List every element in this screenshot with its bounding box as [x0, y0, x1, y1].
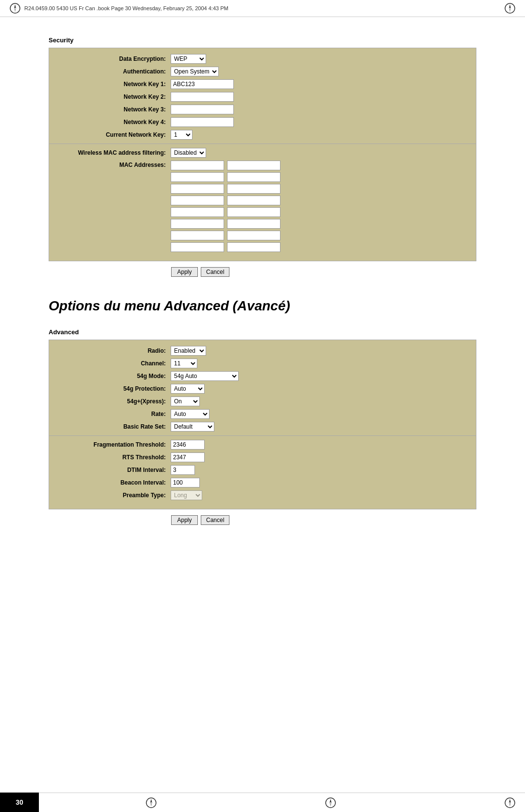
mac-row-2 — [171, 172, 280, 182]
svg-marker-13 — [509, 799, 511, 803]
mac-row-5 — [171, 207, 280, 217]
dtim-interval-row: DTIM Interval: — [49, 465, 476, 475]
beacon-interval-control[interactable] — [171, 478, 200, 487]
network-key4-input[interactable] — [171, 117, 234, 127]
network-key1-label: Network Key 1: — [54, 81, 171, 88]
rate-control[interactable]: Auto 1 Mbps 2 Mbps 5.5 Mbps 11 Mbps 6 Mb… — [171, 409, 210, 419]
mac-input-1a[interactable] — [171, 161, 224, 170]
network-key2-input[interactable] — [171, 92, 234, 102]
preamble-type-control[interactable]: Long Short — [171, 490, 202, 500]
network-key1-control[interactable] — [171, 79, 234, 89]
network-key4-row: Network Key 4: — [49, 117, 476, 127]
network-key3-control[interactable] — [171, 105, 234, 114]
header-bar: R24.0459.00 5430 US Fr Can .book Page 30… — [0, 0, 525, 17]
xpress-control[interactable]: On Off — [171, 397, 200, 406]
mac-input-6b[interactable] — [227, 219, 280, 229]
network-key2-row: Network Key 2: — [49, 92, 476, 102]
mac-input-2a[interactable] — [171, 172, 224, 182]
authentication-label: Authentication: — [54, 68, 171, 75]
frag-threshold-input[interactable] — [171, 440, 205, 450]
mac-input-6a[interactable] — [171, 219, 224, 229]
mac-addresses-label: MAC Addresses: — [54, 161, 171, 168]
current-network-key-label: Current Network Key: — [54, 131, 171, 138]
mac-input-3a[interactable] — [171, 184, 224, 194]
mac-input-1b[interactable] — [227, 161, 280, 170]
data-encryption-select[interactable]: WEP Disabled — [171, 54, 206, 64]
rate-label: Rate: — [54, 411, 171, 417]
dtim-interval-control[interactable] — [171, 465, 195, 475]
mac-input-3b[interactable] — [227, 184, 280, 194]
rts-threshold-row: RTS Threshold: — [49, 452, 476, 462]
rts-threshold-control[interactable] — [171, 452, 205, 462]
mac-input-4b[interactable] — [227, 196, 280, 205]
mac-input-2b[interactable] — [227, 172, 280, 182]
xpress-select[interactable]: On Off — [171, 397, 200, 406]
security-cancel-button[interactable]: Cancel — [201, 267, 229, 277]
xpress-row: 54g+(Xpress): On Off — [49, 397, 476, 406]
xpress-label: 54g+(Xpress): — [54, 398, 171, 405]
network-key3-row: Network Key 3: — [49, 105, 476, 114]
mac-row-1 — [171, 161, 280, 170]
network-key3-input[interactable] — [171, 105, 234, 114]
frag-threshold-label: Fragmentation Threshold: — [54, 441, 171, 448]
mac-input-8b[interactable] — [227, 242, 280, 252]
mac-input-8a[interactable] — [171, 242, 224, 252]
advanced-title: Advanced — [49, 328, 476, 336]
data-encryption-control[interactable]: WEP Disabled — [171, 54, 206, 64]
54g-protection-row: 54g Protection: Auto Off — [49, 384, 476, 394]
radio-row: Radio: Enabled Disabled — [49, 346, 476, 356]
security-apply-button[interactable]: Apply — [171, 267, 198, 277]
radio-control[interactable]: Enabled Disabled — [171, 346, 206, 356]
mac-input-4a[interactable] — [171, 196, 224, 205]
basic-rate-set-control[interactable]: Default All 1-2 Mbps — [171, 422, 214, 432]
frag-threshold-control[interactable] — [171, 440, 205, 450]
mac-filtering-label: Wireless MAC address filtering: — [54, 149, 171, 156]
network-key2-control[interactable] — [171, 92, 234, 102]
compass-right-icon — [505, 3, 515, 14]
rts-threshold-input[interactable] — [171, 452, 205, 462]
beacon-interval-input[interactable] — [171, 478, 200, 487]
basic-rate-set-select[interactable]: Default All 1-2 Mbps — [171, 422, 214, 432]
network-key4-control[interactable] — [171, 117, 234, 127]
basic-rate-set-row: Basic Rate Set: Default All 1-2 Mbps — [49, 422, 476, 432]
preamble-type-select[interactable]: Long Short — [171, 490, 202, 500]
preamble-type-row: Preamble Type: Long Short — [49, 490, 476, 500]
basic-rate-set-label: Basic Rate Set: — [54, 423, 171, 430]
54g-protection-label: 54g Protection: — [54, 385, 171, 392]
mac-row-6 — [171, 219, 280, 229]
mac-input-7b[interactable] — [227, 231, 280, 240]
mac-input-5a[interactable] — [171, 207, 224, 217]
footer-compass-center-icon — [325, 797, 336, 808]
svg-marker-5 — [509, 8, 511, 12]
svg-marker-14 — [509, 803, 511, 807]
rate-select[interactable]: Auto 1 Mbps 2 Mbps 5.5 Mbps 11 Mbps 6 Mb… — [171, 409, 210, 419]
network-key2-label: Network Key 2: — [54, 93, 171, 100]
network-key1-input[interactable] — [171, 79, 234, 89]
mac-input-5b[interactable] — [227, 207, 280, 217]
authentication-control[interactable]: Open System Shared Key — [171, 67, 219, 76]
current-network-key-control[interactable]: 1 2 3 4 — [171, 130, 192, 140]
54g-mode-control[interactable]: 54g Auto 54g Performance 54g LRS 802.11b… — [171, 371, 239, 381]
mac-row-7 — [171, 231, 280, 240]
54g-protection-control[interactable]: Auto Off — [171, 384, 205, 394]
authentication-select[interactable]: Open System Shared Key — [171, 67, 219, 76]
advanced-cancel-button[interactable]: Cancel — [201, 515, 229, 525]
frag-threshold-row: Fragmentation Threshold: — [49, 440, 476, 450]
mac-input-7a[interactable] — [171, 231, 224, 240]
rts-threshold-label: RTS Threshold: — [54, 454, 171, 461]
security-buttons-area: Apply Cancel — [49, 263, 476, 279]
radio-select[interactable]: Enabled Disabled — [171, 346, 206, 356]
advanced-apply-button[interactable]: Apply — [171, 515, 198, 525]
54g-protection-select[interactable]: Auto Off — [171, 384, 205, 394]
channel-row: Channel: 11 1234 5678 9101213 — [49, 359, 476, 368]
current-network-key-select[interactable]: 1 2 3 4 — [171, 130, 192, 140]
dtim-interval-input[interactable] — [171, 465, 195, 475]
mac-filtering-control[interactable]: Disabled Enabled — [171, 148, 206, 158]
mac-filtering-select[interactable]: Disabled Enabled — [171, 148, 206, 158]
54g-mode-select[interactable]: 54g Auto 54g Performance 54g LRS 802.11b… — [171, 371, 239, 381]
svg-marker-1 — [14, 4, 16, 8]
data-encryption-label: Data Encryption: — [54, 55, 171, 62]
channel-control[interactable]: 11 1234 5678 9101213 — [171, 359, 197, 368]
channel-select[interactable]: 11 1234 5678 9101213 — [171, 359, 197, 368]
svg-marker-8 — [150, 803, 152, 807]
